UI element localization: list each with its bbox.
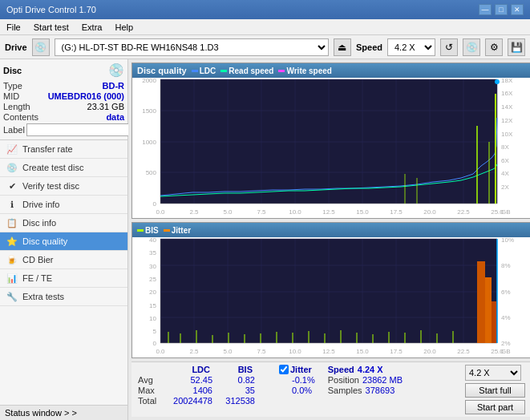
main-layout: Disc 💿 Type BD-R MID UMEBDR016 (000) Len… [0,59,530,420]
svg-text:500: 500 [146,169,157,176]
svg-text:GB: GB [501,208,511,216]
sidebar: Disc 💿 Type BD-R MID UMEBDR016 (000) Len… [0,59,128,420]
menu-file[interactable]: File [3,22,24,32]
svg-rect-113 [492,301,496,343]
svg-text:8X: 8X [501,143,509,151]
drive-icon: 💿 [32,38,50,56]
nav-cd-bier[interactable]: 🍺 CD Bier [0,251,127,269]
bottom-chart-svg: 40 35 30 25 20 15 10 5 0 10% 8% 6% 4% [132,237,530,357]
title-bar: Opti Drive Control 1.70 — □ ✕ [0,0,530,19]
jitter-legend-dot [164,229,170,232]
legend-ldc: LDC [192,67,216,75]
nav-transfer-rate-label: Transfer rate [22,144,73,154]
samples-value: 378693 [366,386,395,395]
top-chart-svg: 2000 1500 1000 500 0 18X 16X 14X 12X 10X… [132,78,530,218]
disc-button[interactable]: 💿 [463,38,480,56]
refresh-button[interactable]: ↺ [440,38,458,56]
svg-text:GB: GB [501,348,511,355]
save-button[interactable]: 💾 [508,38,525,56]
chart-wrapper: Disc quality LDC Read speed Write speed [128,59,530,420]
verify-test-icon: ✔ [6,180,18,192]
ldc-legend-dot [192,70,198,72]
jitter-checkbox[interactable] [279,365,289,374]
status-window-button[interactable]: Status window > > [0,405,127,420]
write-legend-dot [278,70,285,72]
bottom-chart-svg-wrapper: 40 35 30 25 20 15 10 5 0 10% 8% 6% 4% [132,237,530,359]
svg-text:2.5: 2.5 [189,208,199,216]
svg-point-48 [495,79,500,84]
drive-bar: Drive 💿 (G:) HL-DT-ST BD-RE WH16NS48 1.D… [0,35,530,59]
close-button[interactable]: ✕ [511,4,524,15]
avg-jitter: -0.1% [279,375,315,385]
svg-text:20.0: 20.0 [423,208,436,216]
nav-verify-test-label: Verify test disc [22,181,79,191]
disc-quality-title: Disc quality [137,66,187,75]
svg-text:14X: 14X [501,103,513,111]
menu-help[interactable]: Help [111,22,136,32]
svg-text:10: 10 [149,315,156,322]
svg-text:22.5: 22.5 [457,208,470,216]
bottom-chart-title-bar: BIS Jitter [132,223,530,237]
minimize-button[interactable]: — [479,4,492,15]
speed-dropdown[interactable]: 4.2 X [465,365,521,381]
speed-select[interactable]: 4.2 X [387,38,435,56]
menu-start-test[interactable]: Start test [30,22,72,32]
nav-drive-info[interactable]: ℹ Drive info [0,196,127,214]
samples-row: Samples 378693 [328,386,403,395]
label-label: Label [3,125,25,135]
position-row: Position 23862 MB [328,375,403,385]
svg-text:15.0: 15.0 [356,348,369,355]
bottom-chart-panel: BIS Jitter [131,222,530,358]
svg-text:5.0: 5.0 [223,208,233,216]
jitter-stats: Jitter -0.1% 0.0% [279,365,315,395]
svg-text:1000: 1000 [142,139,156,146]
menu-extra[interactable]: Extra [79,22,106,32]
disc-panel-title: Disc [3,66,22,75]
settings-button[interactable]: ⚙ [485,38,503,56]
nav-fe-te[interactable]: 📊 FE / TE [0,269,127,288]
svg-text:4X: 4X [501,170,509,177]
drive-select[interactable]: (G:) HL-DT-ST BD-RE WH16NS48 1.D3 [55,38,329,56]
jitter-header-label: Jitter [290,365,312,374]
nav-create-test-disc[interactable]: 💿 Create test disc [0,159,127,177]
start-part-button[interactable]: Start part [465,400,525,414]
svg-text:10%: 10% [501,237,514,244]
ldc-header: LDC [166,365,210,374]
eject-button[interactable]: ⏏ [334,38,351,56]
nav-verify-test-disc[interactable]: ✔ Verify test disc [0,177,127,196]
svg-text:5: 5 [153,328,157,335]
maximize-button[interactable]: □ [495,4,508,15]
contents-label: Contents [3,112,38,122]
svg-text:17.5: 17.5 [390,208,403,216]
svg-text:6%: 6% [501,289,511,296]
start-full-button[interactable]: Start full [465,383,525,398]
mid-value: UMEBDR016 (000) [48,91,124,101]
legend-read: Read speed [220,67,273,75]
max-bis: 35 [219,386,255,395]
samples-label: Samples [328,386,362,395]
svg-text:18X: 18X [501,78,513,84]
svg-text:10X: 10X [501,131,513,138]
window-controls: — □ ✕ [479,4,524,15]
nav-items: 📈 Transfer rate 💿 Create test disc ✔ Ver… [0,140,127,405]
cd-bier-icon: 🍺 [6,254,18,265]
total-label: Total [138,396,162,406]
nav-extra-tests[interactable]: 🔧 Extra tests [0,288,127,306]
svg-text:5.0: 5.0 [223,348,233,355]
nav-fe-te-label: FE / TE [22,273,52,283]
nav-disc-quality[interactable]: ⭐ Disc quality [0,232,127,251]
nav-transfer-rate[interactable]: 📈 Transfer rate [0,140,127,159]
type-label: Type [3,81,22,91]
nav-disc-info[interactable]: 📋 Disc info [0,214,127,232]
drive-info-icon: ℹ [6,199,18,210]
transfer-rate-icon: 📈 [6,143,18,155]
disc-panel-icon: 💿 [108,63,124,78]
contents-value: data [106,112,124,122]
nav-disc-info-label: Disc info [22,218,56,228]
extra-tests-icon: 🔧 [6,291,18,302]
length-value: 23.31 GB [87,102,124,111]
disc-quality-icon: ⭐ [6,236,18,247]
nav-create-test-label: Create test disc [22,163,83,172]
label-input[interactable] [26,123,130,136]
svg-text:15: 15 [149,302,156,309]
